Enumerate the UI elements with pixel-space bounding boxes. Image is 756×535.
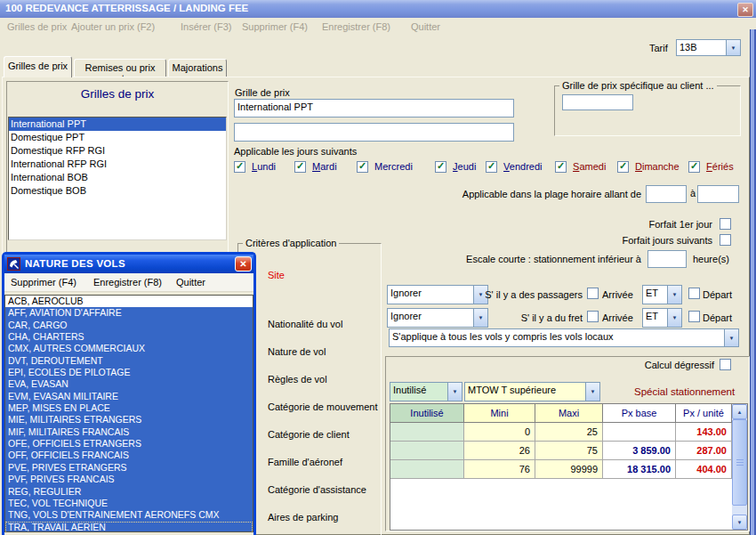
list-item[interactable]: Domestique RFP RGI <box>9 144 226 158</box>
criteria-item[interactable]: Catégorie d'assistance <box>268 484 366 495</box>
menubar-item[interactable]: Insérer (F3) <box>181 21 231 32</box>
day-checkbox-item[interactable]: ✓ Lundi <box>234 160 276 173</box>
day-checkbox[interactable]: ✓ <box>555 161 567 173</box>
criteria-item[interactable]: Règles de vol <box>268 374 327 385</box>
list-item[interactable]: EVA, EVASAN <box>5 378 253 390</box>
day-checkbox-item[interactable]: ✓ Vendredi <box>486 160 543 173</box>
grille-name-input-2[interactable] <box>234 123 514 142</box>
chevron-down-icon[interactable]: ▼ <box>585 383 599 401</box>
vols-scope-combobox[interactable]: S'applique à tous les vols y compris les… <box>389 328 739 347</box>
cell-mini[interactable]: 76 <box>464 460 535 479</box>
chevron-down-icon[interactable]: ▼ <box>667 309 681 327</box>
list-item[interactable]: Domestique BOB <box>9 184 226 198</box>
list-item[interactable]: MIF, MILITAIRES FRANCAIS <box>5 426 253 438</box>
list-item[interactable]: TRA, TRAVAIL AERIEN <box>5 522 253 532</box>
scroll-up-icon[interactable]: ▲ <box>732 404 747 419</box>
menubar-item[interactable]: Quitter <box>411 21 440 32</box>
table-row[interactable]: 0 25 143.00 <box>390 423 732 442</box>
cell-px-unite[interactable]: 404.00 <box>676 460 732 479</box>
cell-px-unite[interactable]: 143.00 <box>676 423 732 442</box>
cell-inutilise[interactable] <box>390 442 464 460</box>
cell-px-base[interactable] <box>603 423 676 442</box>
menubar-item[interactable]: Ajouter un prix (F2) <box>71 21 155 32</box>
criteria-item[interactable]: Catégorie de mouvement <box>268 401 378 412</box>
day-checkbox-item[interactable]: ✓ Mardi <box>294 160 337 173</box>
tarif-combobox[interactable]: 13B ▼ <box>676 39 741 56</box>
chevron-down-icon[interactable]: ▼ <box>726 40 740 55</box>
popup-close-button[interactable]: ✕ <box>235 256 252 272</box>
list-item[interactable]: CHA, CHARTERS <box>5 331 253 343</box>
list-item[interactable]: AFF, AVIATION D'AFFAIRE <box>5 307 253 319</box>
list-item[interactable]: PVF, PRIVES FRANCAIS <box>5 474 253 485</box>
cell-px-unite[interactable]: 287.00 <box>676 442 732 460</box>
cell-maxi[interactable]: 75 <box>535 442 603 460</box>
day-checkbox[interactable]: ✓ <box>234 161 245 173</box>
list-item[interactable]: MIE, MILITAIRES ETRANGERS <box>5 414 253 426</box>
tab-grilles-de-prix[interactable]: Grilles de prix <box>4 56 72 77</box>
passagers-depart-checkbox[interactable] <box>688 288 700 299</box>
criteria-item[interactable]: Catégorie de client <box>268 429 350 440</box>
list-item[interactable]: CMX, AUTRES COMMERCIAUX <box>5 343 253 354</box>
inutilise-combobox[interactable]: Inutilisé ▼ <box>390 382 462 401</box>
table-scrollbar[interactable]: ▲ ▼ <box>732 404 747 530</box>
popup-menu-item[interactable]: Supprimer (F4) <box>11 277 76 288</box>
day-checkbox[interactable]: ✓ <box>435 161 446 173</box>
list-item[interactable]: EVM, EVASAN MILITAIRE <box>5 391 253 402</box>
scrollbar-thumb[interactable] <box>732 419 747 506</box>
list-item[interactable]: DVT, DEROUTEMENT <box>5 355 253 367</box>
day-checkbox[interactable]: ✓ <box>688 161 700 173</box>
day-checkbox-item[interactable]: ✓ Mercredi <box>357 160 413 173</box>
criteria-item[interactable]: Nature de vol <box>268 346 326 357</box>
list-item[interactable]: EPI, ECOLES DE PILOTAGE <box>5 367 253 378</box>
day-checkbox[interactable]: ✓ <box>617 161 629 173</box>
list-item[interactable]: International BOB <box>9 171 226 184</box>
criteria-item[interactable]: Site <box>268 270 285 280</box>
table-row[interactable]: 26 75 3 859.00 287.00 <box>390 442 732 460</box>
criteria-item[interactable]: Nationalité du vol <box>268 319 342 329</box>
nature-vols-listbox[interactable]: ACB, AEROCLUBAFF, AVIATION D'AFFAIRECAR,… <box>4 295 253 532</box>
list-item[interactable]: ACB, AEROCLUB <box>5 296 253 307</box>
price-grids-listbox[interactable]: International PPTDomestique PPTDomestiqu… <box>8 117 227 240</box>
grille-name-input[interactable]: International PPT <box>234 99 514 118</box>
time-from-input[interactable] <box>646 185 687 203</box>
popup-menu-item[interactable]: Enregistrer (F8) <box>93 277 162 288</box>
fret-arrivee-checkbox[interactable] <box>587 311 599 322</box>
list-item[interactable]: International RFP RGI <box>9 158 226 171</box>
fret-depart-checkbox[interactable] <box>688 311 700 322</box>
tab-remises-ou-prix-nets[interactable]: Remises ou prix nets <box>74 59 166 77</box>
cell-inutilise[interactable] <box>390 460 464 479</box>
passagers-et-combobox[interactable]: ET ▼ <box>642 285 682 304</box>
escale-courte-input[interactable] <box>647 250 687 268</box>
list-item[interactable]: TEC, VOL TECHNIQUE <box>5 498 253 509</box>
list-item[interactable]: MEP, MISES EN PLACE <box>5 402 253 414</box>
day-checkbox[interactable]: ✓ <box>294 161 306 173</box>
chevron-down-icon[interactable]: ▼ <box>724 329 738 346</box>
popup-titlebar[interactable]: NATURE DES VOLS ✕ <box>4 255 253 273</box>
day-checkbox-item[interactable]: ✓ Jeudi <box>435 160 476 173</box>
time-to-input[interactable] <box>697 185 739 203</box>
cell-mini[interactable]: 26 <box>464 442 535 460</box>
calcul-degressif-checkbox[interactable] <box>720 359 731 370</box>
list-item[interactable]: PVE, PRIVES ETRANGERS <box>5 462 253 474</box>
scroll-down-icon[interactable]: ▼ <box>732 515 747 530</box>
list-item[interactable]: OFE, OFFICIELS ETRANGERS <box>5 438 253 450</box>
main-titlebar[interactable]: 100 REDEVANCE ATTERRISSAGE / LANDING FEE… <box>0 0 756 18</box>
day-checkbox-item[interactable]: ✓ Samedi <box>555 160 606 173</box>
client-specific-input[interactable] <box>562 94 633 110</box>
popup-menu-item[interactable]: Quitter <box>176 277 205 288</box>
mtow-combobox[interactable]: MTOW T supérieure ▼ <box>464 382 600 401</box>
passagers-arrivee-checkbox[interactable] <box>587 288 599 299</box>
cell-maxi[interactable]: 25 <box>535 423 603 442</box>
criteria-item[interactable]: Aires de parking <box>268 512 339 523</box>
cell-mini[interactable]: 0 <box>464 423 535 442</box>
cell-maxi[interactable]: 99999 <box>535 460 603 479</box>
chevron-down-icon[interactable]: ▼ <box>447 383 462 401</box>
table-row[interactable]: 76 99999 18 315.00 404.00 <box>390 460 732 479</box>
criteria-item[interactable]: Famille d'aéronef <box>268 457 342 467</box>
fret-et-combobox[interactable]: ET ▼ <box>642 308 682 328</box>
list-item[interactable]: OFF, OFFICIELS FRANCAIS <box>5 450 253 461</box>
cell-inutilise[interactable] <box>390 423 464 442</box>
list-item[interactable]: REG, REGULIER <box>5 486 253 498</box>
list-item[interactable]: TNG, VOLS D'ENTRAINEMENT AERONEFS CMX <box>5 509 253 521</box>
day-checkbox-item[interactable]: ✓ Dimanche <box>617 160 680 173</box>
